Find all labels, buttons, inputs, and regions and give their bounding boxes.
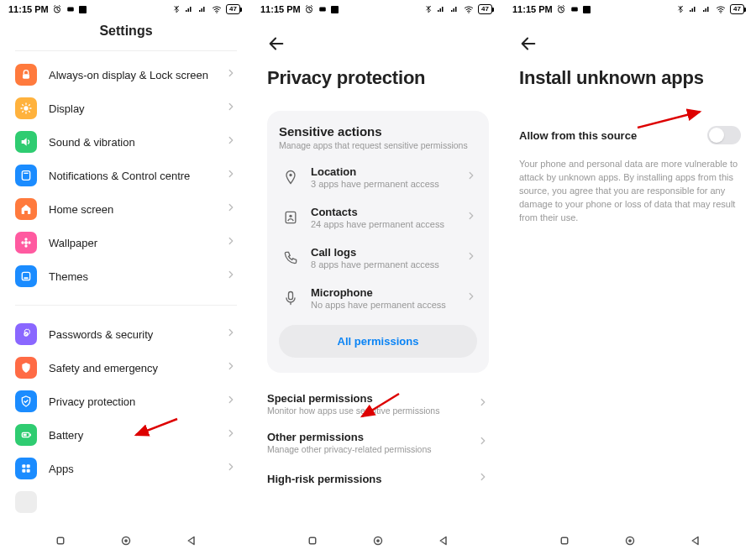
battery-icon (15, 424, 37, 446)
youtube-icon (66, 5, 76, 13)
chevron-right-icon (225, 134, 237, 149)
row-label: Privacy protection (49, 395, 218, 408)
privacy-row-0[interactable]: Special permissionsMonitor how apps use … (267, 385, 489, 423)
allow-toggle[interactable] (707, 126, 741, 144)
settings-row2-0[interactable]: Passwords & security (15, 317, 237, 351)
warning-description: Your phone and personal data are more vu… (519, 158, 741, 225)
chevron-right-icon (225, 201, 237, 217)
status-time: 11:15 PM (8, 4, 49, 14)
settings-row2-1[interactable]: Safety and emergency (15, 351, 237, 385)
chevron-right-icon (225, 101, 237, 116)
back-button[interactable] (519, 34, 539, 54)
privacy-icon (15, 390, 37, 412)
perm-label: Microphone (311, 286, 459, 299)
divider (15, 305, 237, 306)
perm-label: Location (311, 165, 459, 178)
settings-row2-4[interactable]: Apps (15, 452, 237, 485)
settings-row-partial[interactable] (15, 485, 237, 519)
gear-shield-icon (15, 323, 37, 345)
contact-icon (279, 209, 302, 226)
bluetooth-icon (424, 4, 433, 14)
nav-back[interactable] (184, 533, 199, 548)
chevron-right-icon (465, 170, 477, 185)
row-label: Home screen (49, 203, 218, 216)
settings-row-0[interactable]: Always-on display & Lock screen (15, 58, 237, 92)
row-label: Sound & vibration (49, 136, 218, 149)
row-sublabel: Monitor how apps use sensitive permissio… (267, 406, 470, 416)
page-title: Privacy protection (267, 54, 489, 106)
nav-home[interactable] (370, 533, 386, 548)
row-label: Other permissions (267, 431, 470, 443)
bluetooth-icon (676, 4, 685, 14)
page-title: Settings (0, 18, 252, 50)
back-button[interactable] (267, 34, 287, 54)
phone-icon (279, 249, 302, 266)
row-label: Battery (49, 429, 218, 442)
settings-row-5[interactable]: Wallpaper (15, 226, 237, 259)
toggle-label: Allow from this source (519, 129, 707, 142)
perm-sublabel: 3 apps have permanent access (311, 179, 459, 189)
nav-recents[interactable] (53, 533, 68, 548)
square-icon (79, 6, 87, 13)
chevron-right-icon (225, 235, 237, 250)
nav-back[interactable] (436, 533, 451, 548)
settings-row-1[interactable]: Display (15, 92, 237, 125)
nav-bar (0, 526, 252, 560)
perm-row-call-logs[interactable]: Call logs8 apps have permanent access (279, 238, 477, 278)
partial-icon (15, 491, 37, 513)
speaker-icon (15, 131, 37, 153)
row-label: Apps (49, 463, 218, 475)
settings-row2-2[interactable]: Privacy protection (15, 385, 237, 418)
nav-home[interactable] (118, 533, 134, 548)
sensitive-actions-card: Sensitive actions Manage apps that reque… (267, 111, 489, 373)
row-label: Always-on display & Lock screen (49, 69, 218, 81)
row-label: High-risk permissions (267, 473, 470, 485)
status-bar: 11:15 PM 47 (0, 0, 252, 18)
youtube-icon (318, 5, 328, 13)
chevron-right-icon (465, 290, 477, 306)
battery-indicator: 47 (478, 4, 492, 14)
nav-home[interactable] (622, 533, 638, 548)
nav-recents[interactable] (557, 533, 572, 548)
wifi-icon (463, 4, 475, 14)
page-title: Install unknown apps (519, 54, 741, 106)
chevron-right-icon (225, 67, 237, 82)
row-label: Special permissions (267, 392, 470, 405)
privacy-row-2[interactable]: High-risk permissions (267, 462, 489, 495)
nav-back[interactable] (688, 533, 703, 548)
square-icon (331, 6, 339, 13)
nav-recents[interactable] (305, 533, 320, 548)
privacy-row-1[interactable]: Other permissionsManage other privacy-re… (267, 423, 489, 462)
alarm-icon (304, 4, 314, 14)
square-icon (583, 6, 591, 13)
alarm-icon (556, 4, 566, 14)
signal-icon-2 (701, 4, 711, 14)
card-title: Sensitive actions (279, 124, 477, 139)
chevron-right-icon (225, 461, 237, 476)
settings-row-4[interactable]: Home screen (15, 192, 237, 226)
perm-row-contacts[interactable]: Contacts24 apps have permanent access (279, 197, 477, 238)
signal-icon (688, 4, 698, 14)
perm-label: Contacts (311, 206, 459, 218)
perm-row-location[interactable]: Location3 apps have permanent access (279, 157, 477, 197)
home-icon (15, 198, 37, 220)
card-subtitle: Manage apps that request sensitive permi… (279, 140, 477, 150)
settings-row-3[interactable]: Notifications & Control centre (15, 159, 237, 192)
chevron-right-icon (477, 435, 489, 450)
all-permissions-button[interactable]: All permissions (279, 325, 477, 358)
apps-icon (15, 458, 37, 479)
settings-row-6[interactable]: Themes (15, 259, 237, 293)
perm-sublabel: 24 apps have permanent access (311, 219, 459, 229)
row-label: Themes (49, 270, 218, 283)
bluetooth-icon (172, 4, 181, 14)
settings-row2-3[interactable]: Battery (15, 418, 237, 452)
pin-icon (279, 169, 302, 186)
signal-icon-2 (449, 4, 459, 14)
perm-row-microphone[interactable]: MicrophoneNo apps have permanent access (279, 278, 477, 318)
row-label: Display (49, 102, 218, 115)
settings-row-2[interactable]: Sound & vibration (15, 125, 237, 159)
row-label: Passwords & security (49, 328, 218, 341)
flower-icon (15, 232, 37, 254)
chevron-right-icon (225, 327, 237, 342)
signal-icon-2 (197, 4, 207, 14)
